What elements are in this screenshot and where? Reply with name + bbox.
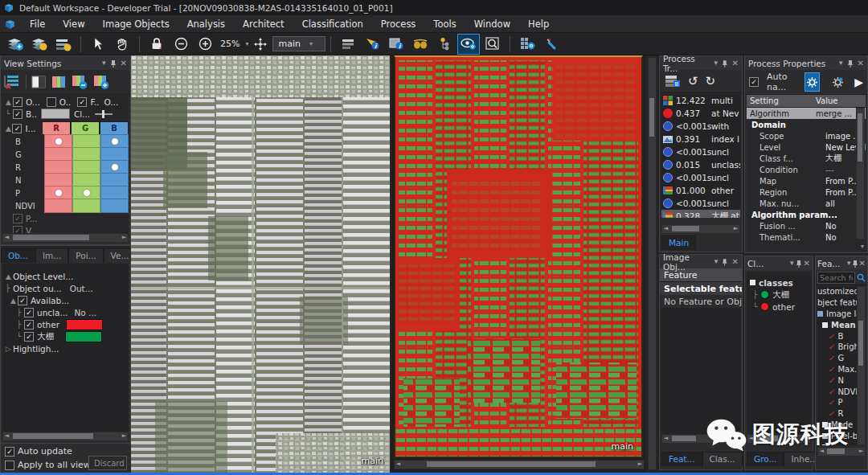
- checkbox-checked[interactable]: ✓: [24, 320, 34, 330]
- tab-features[interactable]: Feat...: [661, 452, 702, 466]
- property-group-row[interactable]: Algorithm param...: [747, 209, 866, 220]
- process-row[interactable]: 12.422multi: [661, 94, 740, 107]
- execute-play-icon[interactable]: ▶: [854, 76, 863, 88]
- view-layout-button[interactable]: [337, 34, 359, 55]
- auto-update-checkbox[interactable]: ✓: [5, 447, 14, 457]
- class-color-swatch-red[interactable]: [66, 319, 103, 330]
- mix-column-red[interactable]: R: [42, 121, 71, 135]
- mix-column-green[interactable]: G: [71, 121, 100, 135]
- checkbox-unchecked[interactable]: [47, 97, 56, 107]
- new-scene-button[interactable]: [4, 34, 27, 55]
- satellite-map-view[interactable]: main: [131, 55, 390, 473]
- undo-icon[interactable]: ↺: [688, 74, 698, 88]
- lock-view-button[interactable]: [145, 34, 168, 55]
- tab-object-levels[interactable]: Ob...: [1, 248, 35, 263]
- mix-three-layers-icon[interactable]: [51, 75, 67, 89]
- scrollbar-thumb[interactable]: [672, 436, 696, 441]
- dropdown-icon[interactable]: ▾: [714, 59, 718, 67]
- tab-classification[interactable]: Clas...: [702, 452, 743, 466]
- scrollbar-thumb[interactable]: [672, 226, 699, 231]
- auto-name-checkbox[interactable]: ✓: [749, 77, 759, 87]
- layer-row-r[interactable]: R: [2, 161, 129, 174]
- scroll-left-arrow[interactable]: ◄: [395, 461, 402, 468]
- layer-stack-button[interactable]: [28, 34, 51, 55]
- checkbox-checked[interactable]: ✓: [18, 296, 27, 305]
- checkbox-checked[interactable]: ✓: [77, 97, 87, 107]
- tree-row-p[interactable]: ✓P...: [2, 212, 129, 224]
- horizontal-scrollbar[interactable]: ◄►: [2, 432, 129, 441]
- previous-layer-icon[interactable]: [71, 75, 88, 90]
- checkbox-checked[interactable]: ✓: [12, 124, 22, 133]
- tree-row-unclassified[interactable]: ├✓uncla...No ...: [2, 306, 129, 318]
- mix-cell[interactable]: [100, 199, 129, 213]
- pin-icon[interactable]: [722, 59, 728, 68]
- color-swatch[interactable]: [41, 109, 70, 119]
- scrollbar-thumb[interactable]: [827, 448, 845, 454]
- tree-row-classes-root[interactable]: classes: [747, 276, 811, 289]
- vertical-scrollbar[interactable]: [648, 57, 657, 470]
- feature-search-input[interactable]: [817, 272, 855, 284]
- scroll-down-icon[interactable]: ▾: [861, 243, 864, 250]
- tab-point-clouds[interactable]: Poi...: [68, 248, 103, 263]
- layer-row-ndvi[interactable]: NDVI: [2, 199, 129, 212]
- compare-view-button[interactable]: [409, 34, 432, 55]
- property-row[interactable]: Max. nu...all: [747, 198, 866, 209]
- scrollbar-thumb[interactable]: [757, 436, 778, 441]
- property-row[interactable]: MapFrom P...: [747, 175, 866, 186]
- pin-icon[interactable]: [847, 59, 854, 68]
- selectable-features-row[interactable]: Selectable features: [660, 282, 742, 295]
- dropdown-icon[interactable]: ▾: [714, 258, 719, 265]
- scrollbar-thumb[interactable]: [427, 461, 596, 467]
- scrollbar-thumb[interactable]: [13, 433, 93, 439]
- tree-row-available[interactable]: ▲✓Availab...: [2, 294, 129, 306]
- property-row[interactable]: Condition---: [747, 164, 866, 175]
- select-cursor-button[interactable]: [87, 34, 109, 55]
- process-row[interactable]: <0.001suncl: [661, 171, 740, 184]
- expand-icon[interactable]: ▲: [10, 297, 18, 305]
- image-info-button[interactable]: i: [385, 34, 407, 55]
- process-row[interactable]: 0.391index l: [661, 133, 740, 145]
- class-color-swatch-green[interactable]: [65, 331, 102, 342]
- horizontal-scrollbar[interactable]: ◄►: [747, 434, 811, 444]
- no-feature-row[interactable]: No Feature or Obje...: [660, 295, 742, 308]
- menu-classification[interactable]: Classification: [293, 16, 372, 32]
- discard-button[interactable]: Discard: [88, 456, 127, 470]
- search-icon[interactable]: [857, 273, 866, 282]
- tree-row-object-outline[interactable]: ├Object ou...Out...: [2, 282, 129, 294]
- zoom-dropdown-icon[interactable]: ▾: [245, 40, 248, 47]
- apply-all-checkbox[interactable]: [5, 461, 14, 470]
- property-row[interactable]: Algorithmmerge ...: [747, 108, 866, 119]
- process-row[interactable]: <0.001suncl: [661, 197, 740, 210]
- zoom-in-button[interactable]: [194, 34, 216, 55]
- tree-row-class-dapeng[interactable]: ├大棚: [747, 289, 811, 301]
- mix-cell[interactable]: [44, 199, 72, 213]
- menu-image-objects[interactable]: Image Objects: [94, 16, 178, 32]
- checkbox-checked[interactable]: ✓: [24, 308, 34, 317]
- tree-row-image-layers[interactable]: ▲ ✓I... RGB: [2, 121, 129, 135]
- menu-architect[interactable]: Architect: [234, 16, 293, 32]
- collapse-icon[interactable]: ▷: [6, 345, 13, 353]
- mix-cell[interactable]: [72, 199, 100, 213]
- close-icon[interactable]: ✕: [804, 260, 810, 268]
- tree-row-highlight[interactable]: ▷Hightligh...: [2, 342, 129, 354]
- property-row[interactable]: Scopeimage ...: [747, 130, 866, 141]
- tree-row-class-dapeng[interactable]: └✓大棚: [2, 330, 129, 342]
- map-selector[interactable]: main▾: [272, 36, 326, 51]
- scroll-right-arrow[interactable]: ►: [121, 234, 128, 241]
- vertical-scrollbar[interactable]: [857, 286, 866, 445]
- zoom-out-button[interactable]: [170, 34, 192, 55]
- layer-row-g[interactable]: G: [2, 148, 129, 161]
- dropdown-icon[interactable]: ▾: [102, 59, 106, 67]
- menu-help[interactable]: Help: [519, 16, 558, 32]
- pin-icon[interactable]: [110, 59, 117, 68]
- menu-tools[interactable]: Tools: [424, 16, 465, 32]
- settings-button[interactable]: [831, 73, 845, 91]
- scroll-left-arrow[interactable]: ◄: [3, 234, 10, 241]
- scrollbar-thumb[interactable]: [858, 321, 863, 366]
- scrollbar-thumb[interactable]: [13, 235, 89, 240]
- edit-thematic-button[interactable]: [540, 34, 563, 55]
- menu-process[interactable]: Process: [372, 16, 425, 32]
- tree-row-boundary[interactable]: └ ✓B.. Cl...: [2, 108, 129, 120]
- menu-window[interactable]: Window: [465, 16, 519, 32]
- property-row[interactable]: LevelNew Level: [747, 141, 866, 153]
